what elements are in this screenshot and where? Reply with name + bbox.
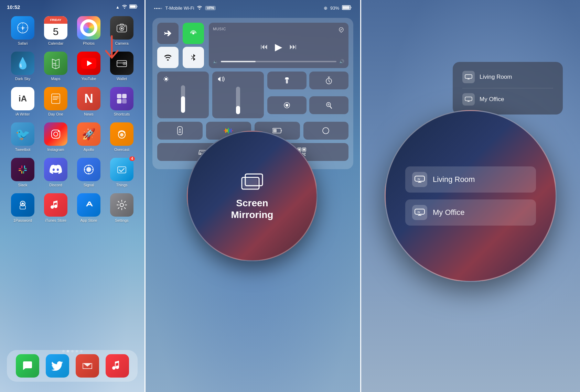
svg-rect-76 (243, 179, 258, 188)
cc-location-icon: ⊕ (324, 6, 327, 11)
cc-brightness-label (163, 76, 203, 83)
cc-play-btn[interactable]: ▶ (275, 41, 282, 53)
mirroring-icon (238, 171, 266, 193)
svg-point-61 (179, 129, 181, 130)
app-youtube[interactable]: YouTube (75, 52, 103, 81)
svg-rect-24 (122, 99, 127, 104)
cc-vpn-badge: VPN (205, 6, 216, 10)
airplay-living-room-small-label: Living Room (480, 74, 512, 80)
app-appstore[interactable]: App Store (75, 193, 103, 222)
app-overcast-label: Overcast (114, 148, 129, 152)
red-arrow (103, 34, 120, 65)
app-overcast[interactable]: Overcast (108, 122, 136, 152)
svg-rect-33 (23, 171, 24, 174)
cc-wifi-btn[interactable] (157, 47, 179, 68)
cc-remote-btn[interactable] (157, 122, 203, 140)
app-news-label: News (84, 112, 94, 116)
app-slack[interactable]: Slack (9, 158, 37, 187)
svg-rect-53 (286, 79, 288, 84)
cc-bluetooth-btn[interactable] (183, 47, 204, 68)
app-1password[interactable]: 1Password (9, 193, 37, 222)
dock (7, 350, 138, 382)
app-safari[interactable]: Safari (9, 16, 37, 45)
cc-brightness-slider[interactable] (157, 72, 209, 118)
app-signal[interactable]: Signal (75, 158, 103, 187)
app-apollo-label: Apollo (84, 148, 94, 152)
cc-music-widget: Music ⏮ ▶ ⏭ 🔈 🔊 (209, 23, 348, 68)
cc-volume: 🔈 🔊 (213, 59, 344, 64)
app-grid: Safari FRIDAY 5 Calendar Photos (0, 13, 144, 226)
app-photos[interactable]: Photos (75, 16, 103, 45)
cc-right-btns (267, 72, 348, 118)
cc-airplane-btn[interactable] (157, 23, 179, 44)
app-slack-label: Slack (18, 183, 28, 187)
svg-rect-47 (343, 6, 350, 9)
signal-icon: ▲ (116, 5, 120, 10)
svg-point-26 (54, 132, 58, 136)
app-instagram-label: Instagram (47, 148, 64, 152)
svg-rect-60 (178, 127, 182, 135)
wifi-icon (122, 4, 127, 10)
dock-twitterrific[interactable] (46, 354, 69, 378)
app-youtube-label: YouTube (81, 77, 96, 81)
cc-vol-low-icon: 🔈 (213, 59, 218, 64)
app-itunes[interactable]: iTunes Store (42, 193, 70, 222)
cc-top-row: Music ⏮ ▶ ⏭ 🔈 🔊 (157, 23, 348, 68)
svg-point-52 (165, 78, 168, 80)
airplay-myoffice-small-label: My Office (480, 96, 504, 103)
app-shortcuts-label: Shortcuts (114, 112, 130, 116)
svg-rect-34 (21, 171, 22, 174)
app-darksky[interactable]: 💧 Dark Sky (9, 52, 37, 81)
dock-spark[interactable] (76, 354, 99, 378)
airplay-option-living-room[interactable]: tv Living Room (405, 166, 536, 193)
cc-flashlight-btn[interactable] (267, 72, 307, 89)
cc-volume-bar (221, 61, 336, 62)
app-things[interactable]: 4 Things (108, 158, 136, 187)
app-discord[interactable]: Discord (42, 158, 70, 187)
cc-signal-bars: ▪▪▪▪▫ (154, 6, 163, 10)
airplay-popup-bg: Living Room My Office (453, 62, 563, 115)
svg-rect-21 (117, 94, 121, 98)
cc-status-bar: ▪▪▪▪▫ T-Mobile Wi-Fi VPN ⊕ 93% (146, 0, 360, 14)
svg-point-49 (167, 59, 169, 61)
svg-marker-6 (20, 27, 25, 29)
app-calendar[interactable]: FRIDAY 5 Calendar (42, 16, 70, 45)
cc-fastfwd-btn[interactable]: ⏭ (289, 42, 297, 51)
cc-battery-icon (342, 5, 352, 11)
cc-hotspot-btn[interactable] (183, 23, 204, 44)
app-tweetbot[interactable]: 🐦 Tweetbot (9, 122, 37, 152)
airplay-option-myoffice[interactable]: tv My Office (405, 199, 536, 226)
svg-rect-63 (273, 129, 277, 132)
svg-point-45 (199, 9, 200, 10)
svg-point-29 (120, 133, 123, 137)
app-itunes-label: iTunes Store (45, 218, 66, 222)
svg-point-20 (55, 98, 56, 99)
app-apollo[interactable]: 🚀 Apollo (75, 122, 103, 152)
airplay-living-room-label: Living Room (433, 175, 475, 184)
app-shortcuts[interactable]: Shortcuts (108, 87, 136, 116)
panel-control-center: ▪▪▪▪▫ T-Mobile Wi-Fi VPN ⊕ 93% (144, 0, 361, 392)
dock-music[interactable] (106, 354, 129, 378)
cc-volume-slider[interactable] (212, 72, 264, 118)
cc-screenrecord-btn[interactable] (267, 96, 307, 114)
dock-messages[interactable] (16, 354, 39, 378)
cc-vol-high-icon: 🔊 (339, 59, 344, 64)
cc-donotdisturb-btn[interactable] (303, 122, 349, 140)
svg-point-39 (86, 167, 91, 172)
cc-timer-btn[interactable] (309, 72, 348, 89)
cc-airplay-icon[interactable] (338, 27, 344, 34)
app-dayone[interactable]: Day One (42, 87, 70, 116)
cc-magnifier-btn[interactable] (309, 96, 348, 114)
app-settings[interactable]: Settings (108, 193, 136, 222)
svg-point-0 (124, 8, 125, 9)
panel-home-screen: 10:52 ▲ (0, 0, 144, 392)
app-news[interactable]: N News (75, 87, 103, 116)
airplay-myoffice-small[interactable]: My Office (458, 90, 557, 109)
app-iawriter[interactable]: iA iA Writer (9, 87, 37, 116)
cc-rewind-btn[interactable]: ⏮ (260, 42, 268, 51)
svg-line-59 (330, 106, 332, 108)
app-instagram[interactable]: Instagram (42, 122, 70, 152)
app-tweetbot-label: Tweetbot (15, 148, 31, 152)
app-maps[interactable]: 280 Maps (42, 52, 70, 81)
airplay-living-room-small[interactable]: Living Room (458, 67, 557, 87)
